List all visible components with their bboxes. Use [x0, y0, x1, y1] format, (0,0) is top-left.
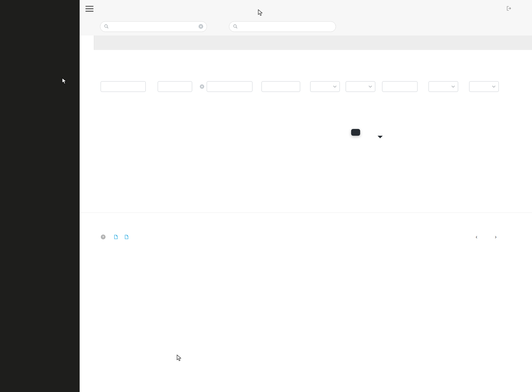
topbar [80, 0, 532, 17]
pagination: ‹ › [476, 234, 497, 240]
app-logo [0, 0, 80, 19]
table-header [80, 72, 532, 79]
download-xlsx-link[interactable] [125, 235, 130, 239]
filter-client-type-select[interactable] [346, 81, 375, 92]
chevron-down-icon [451, 85, 455, 88]
download-csv-link[interactable] [114, 235, 119, 239]
table-footer: ? [80, 228, 532, 246]
tab-all-clients[interactable] [80, 35, 94, 50]
clear-icon[interactable] [198, 24, 203, 29]
filter-balance-select[interactable] [469, 81, 499, 92]
svg-text:?: ? [102, 235, 104, 239]
clients-total [495, 40, 532, 45]
pagination-prev-button[interactable]: ‹ [476, 234, 480, 240]
purchase-search-input[interactable] [240, 24, 332, 29]
filter-email-input[interactable] [207, 81, 252, 92]
logout-icon [507, 6, 512, 12]
filter-fio-input[interactable] [101, 81, 146, 92]
filter-row [80, 81, 532, 92]
tabs [80, 35, 532, 50]
client-activity-chart [238, 103, 496, 108]
sidebar [0, 0, 80, 392]
download-block: ? [101, 234, 130, 240]
chevron-down-icon [369, 85, 372, 88]
logout-button[interactable] [507, 6, 514, 12]
clients-table: ? [80, 50, 532, 392]
file-icon [114, 235, 118, 239]
filter-reward-select[interactable] [429, 81, 458, 92]
filter-card-input[interactable] [382, 81, 418, 92]
clear-icon[interactable] [200, 84, 204, 89]
filter-gender-select[interactable] [310, 81, 340, 92]
client-details-panel [80, 95, 532, 213]
search-icon [104, 24, 109, 29]
filter-birthdate-input[interactable] [261, 81, 300, 92]
crm-page: ? [0, 0, 532, 392]
chevron-right-icon: › [495, 234, 497, 240]
chevron-left-icon: ‹ [476, 234, 477, 240]
client-search-input[interactable] [111, 24, 198, 29]
purchase-search [229, 21, 336, 32]
question-icon: ? [101, 234, 106, 240]
search-icon [233, 24, 238, 29]
client-details-info [101, 105, 219, 112]
chart-tooltip [351, 129, 360, 136]
filter-phone-input[interactable] [158, 81, 192, 92]
main-area: ? [80, 0, 532, 392]
chevron-down-icon [333, 85, 337, 88]
chevron-down-icon [492, 85, 496, 88]
pagination-next-button[interactable]: › [492, 234, 497, 240]
file-icon [125, 235, 128, 239]
hamburger-menu-icon[interactable] [85, 6, 94, 12]
client-search [100, 21, 207, 32]
search-row [80, 17, 532, 35]
